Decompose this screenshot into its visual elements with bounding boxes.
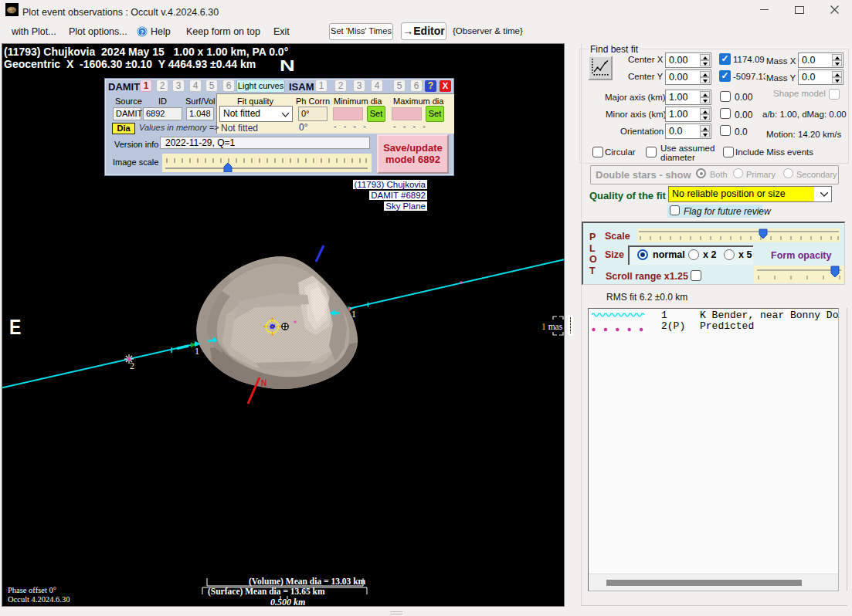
svg-text:?: ? bbox=[141, 29, 144, 36]
svg-text:1: 1 bbox=[351, 309, 356, 320]
svg-text:N: N bbox=[261, 379, 266, 388]
svg-text:2: 2 bbox=[130, 360, 134, 371]
svg-text:1: 1 bbox=[195, 346, 199, 357]
